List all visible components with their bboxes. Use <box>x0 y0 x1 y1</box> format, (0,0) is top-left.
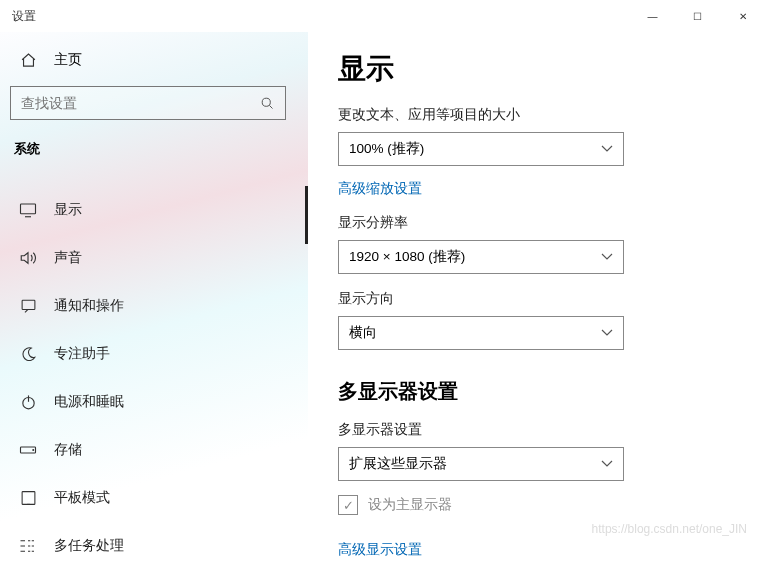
home-button[interactable]: 主页 <box>8 40 308 80</box>
app-title: 设置 <box>12 8 36 25</box>
sidebar-item-focus[interactable]: 专注助手 <box>8 330 308 378</box>
home-label: 主页 <box>54 51 82 69</box>
resolution-dropdown[interactable]: 1920 × 1080 (推荐) <box>338 240 624 274</box>
scale-value: 100% (推荐) <box>349 140 424 158</box>
minimize-icon: — <box>648 11 658 22</box>
orientation-label: 显示方向 <box>338 290 735 308</box>
chevron-down-icon <box>601 329 613 337</box>
orientation-value: 横向 <box>349 324 377 342</box>
multimonitor-value: 扩展这些显示器 <box>349 455 447 473</box>
checkbox-icon: ✓ <box>338 495 358 515</box>
minimize-button[interactable]: — <box>630 0 675 32</box>
sidebar-item-label: 存储 <box>54 441 82 459</box>
sidebar-item-label: 电源和睡眠 <box>54 393 124 411</box>
maximize-icon: ☐ <box>693 11 702 22</box>
svg-point-5 <box>33 450 34 451</box>
scale-label: 更改文本、应用等项目的大小 <box>338 106 735 124</box>
sidebar-item-sound[interactable]: 声音 <box>8 234 308 282</box>
sidebar-item-label: 多任务处理 <box>54 537 124 555</box>
multimonitor-label: 多显示器设置 <box>338 421 735 439</box>
content-area: 显示 更改文本、应用等项目的大小 100% (推荐) 高级缩放设置 显示分辨率 … <box>308 32 765 562</box>
sidebar-item-storage[interactable]: 存储 <box>8 426 308 474</box>
sidebar-item-label: 显示 <box>54 201 82 219</box>
sidebar-item-power[interactable]: 电源和睡眠 <box>8 378 308 426</box>
scale-dropdown[interactable]: 100% (推荐) <box>338 132 624 166</box>
resolution-label: 显示分辨率 <box>338 214 735 232</box>
orientation-dropdown[interactable]: 横向 <box>338 316 624 350</box>
titlebar: 设置 — ☐ ✕ <box>0 0 765 32</box>
multimonitor-dropdown[interactable]: 扩展这些显示器 <box>338 447 624 481</box>
sound-icon <box>16 250 40 266</box>
maximize-button[interactable]: ☐ <box>675 0 720 32</box>
sidebar-item-label: 平板模式 <box>54 489 110 507</box>
power-icon <box>16 394 40 411</box>
sidebar-item-label: 专注助手 <box>54 345 110 363</box>
primary-display-label: 设为主显示器 <box>368 496 452 514</box>
home-icon <box>16 52 40 69</box>
chevron-down-icon <box>601 253 613 261</box>
sidebar-item-display[interactable]: 显示 <box>8 186 308 234</box>
focus-icon <box>16 346 40 363</box>
watermark: https://blog.csdn.net/one_JIN <box>592 522 747 536</box>
sidebar-item-notifications[interactable]: 通知和操作 <box>8 282 308 330</box>
page-title: 显示 <box>338 50 735 88</box>
close-button[interactable]: ✕ <box>720 0 765 32</box>
storage-icon <box>16 444 40 456</box>
sidebar: 主页 系统 显示 声音 通知和操作 <box>0 32 308 562</box>
svg-rect-2 <box>22 300 35 309</box>
search-input[interactable] <box>21 95 260 111</box>
multimonitor-header: 多显示器设置 <box>338 378 735 405</box>
search-box[interactable] <box>10 86 286 120</box>
sidebar-item-label: 通知和操作 <box>54 297 124 315</box>
category-header: 系统 <box>8 134 308 172</box>
close-icon: ✕ <box>739 11 747 22</box>
resolution-value: 1920 × 1080 (推荐) <box>349 248 465 266</box>
primary-display-checkbox: ✓ 设为主显示器 <box>338 495 735 515</box>
svg-rect-6 <box>22 492 35 505</box>
advanced-display-link[interactable]: 高级显示设置 <box>338 541 422 559</box>
chevron-down-icon <box>601 145 613 153</box>
sidebar-item-multitask[interactable]: 多任务处理 <box>8 522 308 562</box>
notification-icon <box>16 298 40 314</box>
svg-point-0 <box>262 98 270 106</box>
tablet-icon <box>16 490 40 506</box>
svg-rect-1 <box>21 204 36 214</box>
display-icon <box>16 202 40 218</box>
nav-list: 显示 声音 通知和操作 专注助手 电源和睡眠 存储 <box>8 186 308 562</box>
chevron-down-icon <box>601 460 613 468</box>
advanced-scaling-link[interactable]: 高级缩放设置 <box>338 180 422 198</box>
window-controls: — ☐ ✕ <box>630 0 765 32</box>
search-icon <box>260 96 275 111</box>
sidebar-item-label: 声音 <box>54 249 82 267</box>
sidebar-item-tablet[interactable]: 平板模式 <box>8 474 308 522</box>
multitask-icon <box>16 538 40 554</box>
